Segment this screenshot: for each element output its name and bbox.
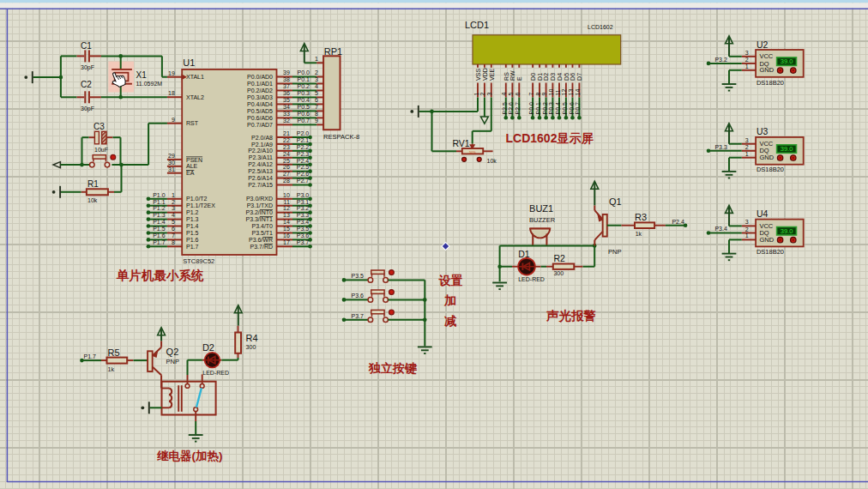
- svg-text:P1.0/T2: P1.0/T2: [186, 196, 208, 202]
- svg-text:P0.6: P0.6: [298, 111, 310, 117]
- svg-text:12: 12: [561, 89, 567, 96]
- svg-text:P2.5: P2.5: [502, 102, 508, 115]
- svg-text:3: 3: [172, 205, 175, 211]
- svg-text:8: 8: [172, 239, 175, 245]
- svg-text:D0: D0: [530, 73, 536, 81]
- svg-text:P3.7: P3.7: [352, 313, 365, 319]
- svg-text:5: 5: [508, 93, 514, 96]
- svg-text:11.0592M: 11.0592M: [136, 81, 163, 87]
- svg-text:9: 9: [315, 118, 318, 124]
- svg-text:1k: 1k: [108, 366, 115, 372]
- svg-text:37: 37: [283, 83, 290, 89]
- svg-text:GND: GND: [759, 236, 774, 244]
- svg-text:11: 11: [284, 199, 290, 205]
- svg-text:RP1: RP1: [324, 46, 342, 57]
- svg-text:36: 36: [283, 90, 290, 96]
- svg-text:P1.1/T2EX: P1.1/T2EX: [186, 202, 215, 208]
- svg-text:35: 35: [283, 97, 290, 103]
- svg-text:29: 29: [168, 153, 175, 159]
- svg-text:P2.4/A12: P2.4/A12: [248, 161, 273, 167]
- svg-text:RST: RST: [186, 120, 199, 126]
- svg-text:8: 8: [535, 93, 541, 96]
- svg-text:50%: 50%: [469, 150, 476, 154]
- svg-text:P2.7/A15: P2.7/A15: [248, 182, 273, 188]
- svg-text:2: 2: [315, 69, 318, 75]
- svg-text:18: 18: [168, 90, 175, 96]
- svg-text:Q2: Q2: [166, 347, 179, 357]
- svg-text:P2.7: P2.7: [297, 178, 310, 184]
- svg-text:U1: U1: [183, 57, 195, 68]
- svg-text:P3.5: P3.5: [297, 226, 310, 232]
- svg-text:DS18B20: DS18B20: [756, 248, 784, 256]
- svg-text:7: 7: [315, 104, 318, 110]
- svg-text:4: 4: [315, 83, 318, 89]
- svg-text:P0.0: P0.0: [528, 102, 534, 115]
- svg-text:P3.4/T0: P3.4/T0: [251, 223, 273, 229]
- svg-text:P0.3: P0.3: [548, 102, 554, 115]
- svg-text:2: 2: [745, 144, 749, 150]
- svg-text:P1.0: P1.0: [153, 192, 166, 198]
- svg-text:3: 3: [315, 76, 318, 82]
- svg-text:P3.4: P3.4: [714, 226, 727, 232]
- svg-text:300: 300: [553, 270, 564, 276]
- svg-text:2: 2: [745, 57, 749, 63]
- svg-text:P3.7/RD: P3.7/RD: [250, 244, 273, 250]
- svg-text:4: 4: [172, 212, 175, 218]
- svg-text:单片机最小系统: 单片机最小系统: [116, 269, 204, 282]
- svg-text:设置: 设置: [438, 274, 463, 287]
- svg-text:P0.0: P0.0: [298, 69, 310, 75]
- svg-text:32: 32: [283, 118, 290, 124]
- svg-text:C1: C1: [81, 41, 92, 51]
- svg-text:300: 300: [246, 344, 256, 350]
- svg-text:P3.4: P3.4: [297, 219, 310, 225]
- svg-text:16: 16: [283, 232, 290, 238]
- svg-text:P2.1/A9: P2.1/A9: [251, 142, 273, 148]
- svg-text:EA: EA: [186, 170, 195, 176]
- svg-text:11: 11: [555, 89, 561, 95]
- svg-text:14: 14: [283, 219, 290, 225]
- svg-text:R3: R3: [635, 212, 647, 222]
- svg-text:P1.2: P1.2: [186, 209, 199, 215]
- svg-text:声光报警: 声光报警: [546, 309, 597, 323]
- svg-text:减: 减: [444, 314, 457, 328]
- svg-text:1: 1: [745, 232, 749, 238]
- svg-text:LCD1602: LCD1602: [588, 24, 613, 30]
- svg-text:38: 38: [283, 76, 290, 82]
- svg-text:P2.3/A11: P2.3/A11: [249, 154, 273, 160]
- svg-text:34: 34: [283, 104, 290, 110]
- svg-text:C2: C2: [81, 80, 92, 89]
- svg-text:P0.3/AD3: P0.3/AD3: [247, 94, 273, 100]
- svg-text:3: 3: [745, 137, 749, 143]
- svg-text:D7: D7: [576, 73, 582, 81]
- svg-text:P1.3: P1.3: [153, 212, 166, 218]
- svg-text:P1.1: P1.1: [153, 199, 166, 205]
- svg-text:R2: R2: [553, 253, 565, 263]
- svg-text:30pF: 30pF: [81, 64, 94, 71]
- svg-text:LCD1: LCD1: [465, 20, 489, 30]
- svg-text:RS: RS: [503, 72, 509, 81]
- svg-text:3: 3: [486, 93, 492, 96]
- svg-text:P1.7: P1.7: [186, 244, 199, 250]
- svg-text:39.0: 39.0: [781, 57, 793, 65]
- svg-text:P0.1: P0.1: [298, 76, 310, 82]
- svg-text:14: 14: [575, 89, 581, 96]
- svg-text:ALE: ALE: [186, 163, 198, 169]
- svg-text:6: 6: [172, 226, 175, 232]
- svg-text:P3.2: P3.2: [714, 57, 727, 63]
- svg-text:C3: C3: [93, 122, 105, 131]
- svg-text:DS18B20: DS18B20: [756, 79, 784, 87]
- svg-text:D1: D1: [518, 249, 530, 259]
- svg-text:P1.4: P1.4: [186, 223, 199, 229]
- svg-text:P0.5/AD5: P0.5/AD5: [247, 108, 273, 114]
- svg-text:D1: D1: [537, 73, 543, 81]
- svg-text:30: 30: [168, 160, 175, 166]
- svg-text:P2.4: P2.4: [672, 219, 684, 225]
- svg-text:P1.6: P1.6: [153, 232, 166, 238]
- svg-text:P0.1/AD1: P0.1/AD1: [247, 81, 273, 87]
- svg-text:P1.6: P1.6: [186, 237, 199, 243]
- svg-text:RV1: RV1: [452, 138, 469, 148]
- svg-text:39.0: 39.0: [781, 227, 793, 235]
- svg-text:1k: 1k: [636, 231, 642, 237]
- svg-text:U4: U4: [756, 208, 769, 219]
- svg-text:P2.6: P2.6: [508, 102, 514, 115]
